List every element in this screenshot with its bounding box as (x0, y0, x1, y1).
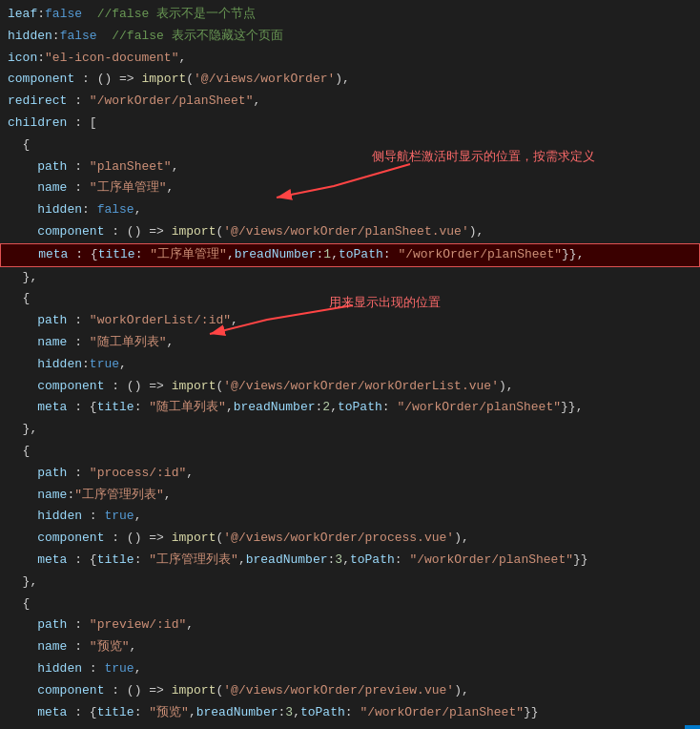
code-line: name : "随工单列表", (0, 332, 700, 354)
code-line: redirect : "/workOrder/planSheet", (0, 91, 700, 113)
code-line: hidden : true, (0, 658, 700, 680)
code-line: meta : {title: "随工单列表",breadNumber:2,toP… (0, 397, 700, 419)
code-line: { (0, 441, 700, 463)
annotation-label-2: 用来显示出现的位置 (329, 294, 441, 311)
code-line: icon:"el-icon-document", (0, 48, 700, 70)
code-line: }, (0, 572, 700, 594)
code-line: meta : {title: "预览",breadNumber:3,toPath… (0, 702, 700, 724)
code-lines: leaf:false //false 表示不是一个节点hidden:false … (0, 4, 700, 723)
code-line: meta : {title: "工序管理列表",breadNumber:3,to… (0, 550, 700, 572)
code-line: hidden: false, (0, 199, 700, 221)
code-line: component : () => import('@/views/workOr… (0, 376, 700, 398)
code-line: path : "preview/:id", (0, 614, 700, 636)
code-line: name : "预览", (0, 636, 700, 658)
code-line: leaf:false //false 表示不是一个节点 (0, 4, 700, 26)
code-line: children : [ (0, 113, 700, 135)
code-line: component : () => import('@/views/workOr… (0, 528, 700, 550)
code-line: component : () => import('@/views/workOr… (0, 680, 700, 702)
code-line: component : () => import('@/views/workOr… (0, 221, 700, 243)
code-line: { (0, 594, 700, 615)
code-line: component : () => import('@/views/workOr… (0, 69, 700, 91)
code-line: hidden:false //false 表示不隐藏这个页面 (0, 26, 700, 48)
code-line: name : "工序单管理", (0, 177, 700, 199)
code-line: hidden:true, (0, 354, 700, 376)
annotation-label-1: 侧导航栏激活时显示的位置，按需求定义 (372, 148, 595, 165)
code-line: }, (0, 267, 700, 289)
code-line: name:"工序管理列表", (0, 485, 700, 507)
bottom-bar (685, 725, 700, 729)
code-line: path : "workOrderList/:id", (0, 310, 700, 332)
code-line: meta : {title: "工序单管理",breadNumber:1,toP… (0, 243, 700, 267)
code-line: hidden : true, (0, 506, 700, 528)
code-container: leaf:false //false 表示不是一个节点hidden:false … (0, 0, 700, 727)
code-line: }, (0, 419, 700, 441)
code-line: path : "process/:id", (0, 463, 700, 485)
